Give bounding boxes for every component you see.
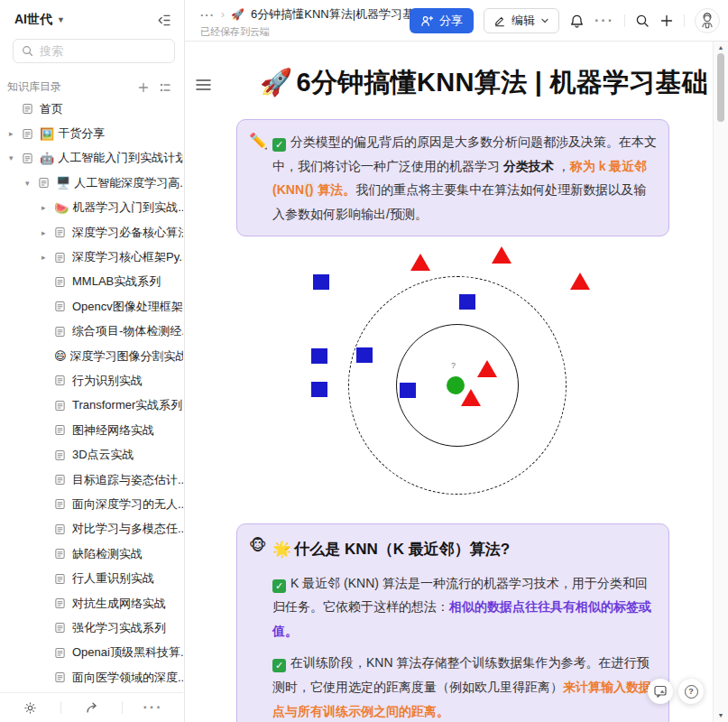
sidebar-item[interactable]: 对抗生成网络实战 (0, 591, 183, 616)
scroll-up-arrow[interactable]: ▲ (714, 44, 728, 51)
main-area: ··· › 🚀 6分钟搞懂KNN算法|机器学习基础 ☆ 已经保存到云端 分享 (185, 0, 728, 722)
doc-icon (54, 622, 66, 634)
sidebar-item[interactable]: Opencv图像处理框架... (0, 294, 183, 319)
vertical-scrollbar[interactable]: ▲ ▼ (713, 42, 728, 722)
breadcrumb-doc-title[interactable]: 6分钟搞懂KNN算法|机器学习基础 (251, 6, 426, 23)
sidebar-item-label: 深度学习必备核心算法 (72, 225, 183, 241)
sidebar-item[interactable]: 😄深度学习图像分割实战 (0, 344, 183, 368)
callout-knn-paragraphs: ✓K 最近邻 (KNN) 算法是一种流行的机器学习技术，用于分类和回归任务。它依… (272, 571, 657, 722)
sidebar-item[interactable]: 面向深度学习的无人... (0, 492, 183, 516)
breadcrumb-more-icon[interactable]: ··· (200, 8, 215, 22)
global-search-icon[interactable] (635, 14, 650, 28)
new-doc-plus-icon[interactable] (659, 14, 674, 28)
scrollbar-thumb[interactable] (717, 53, 724, 122)
sidebar-item[interactable]: 首页 (0, 97, 183, 121)
sidebar: AI世代 ▼ 搜索 知识库目录 首页▸🖼️干货分享▾🤖人工智能入门到实战计划▾🖥… (0, 0, 185, 722)
text-segment: 分类技术 (503, 159, 554, 173)
sidebar-footer: ··· (0, 692, 183, 722)
expand-arrow-down-icon[interactable]: ▾ (9, 153, 22, 162)
help-question-button[interactable]: ? (678, 679, 704, 704)
question-mark-icon: ? (685, 685, 698, 699)
sidebar-item[interactable]: ▸🖼️干货分享 (0, 121, 183, 145)
sidebar-item-label: 深度学习图像分割实战 (70, 348, 183, 365)
sidebar-item[interactable]: ▾🤖人工智能入门到实战计划 (0, 146, 183, 171)
outline-view-icon[interactable] (159, 81, 171, 94)
sidebar-item-label: Transformer实战系列 (72, 397, 182, 413)
expand-arrow-right-icon[interactable]: ▸ (41, 203, 54, 212)
sidebar-item[interactable]: 对比学习与多模态任... (0, 517, 183, 542)
sidebar-item[interactable]: MMLAB实战系列 (0, 270, 183, 294)
doc-icon (54, 449, 66, 461)
expand-arrow-right-icon[interactable]: ▸ (41, 253, 54, 262)
sidebar-item[interactable]: 面向医学领域的深度... (0, 665, 183, 690)
sidebar-item-label: Opencv图像处理框架... (72, 299, 183, 315)
sidebar-item[interactable]: 目标追踪与姿态估计... (0, 467, 183, 492)
doc-icon (54, 375, 66, 386)
notifications-bell-icon[interactable] (569, 14, 585, 29)
section-heading: 🌟什么是 KNN（K 最近邻）算法? (272, 535, 657, 564)
scroll-down-arrow[interactable]: ▼ (714, 712, 728, 718)
expand-arrow-down-icon[interactable]: ▾ (25, 179, 38, 188)
sidebar-item-label: 首页 (40, 101, 63, 117)
sidebar-tree: 首页▸🖼️干货分享▾🤖人工智能入门到实战计划▾🖥️人工智能深度学习高...▸🍉机… (0, 97, 183, 692)
doc-icon (54, 276, 66, 288)
edit-button[interactable]: 编辑 (484, 8, 559, 33)
share-button[interactable]: 分享 (410, 8, 474, 33)
sidebar-item-label: Openai顶级黑科技算... (72, 644, 183, 661)
item-emoji: 🖼️ (40, 128, 54, 140)
checked-checkbox-icon[interactable]: ✓ (272, 138, 286, 152)
topbar-more-icon[interactable]: ··· (594, 13, 614, 29)
doc-icon (54, 548, 66, 560)
sidebar-item[interactable]: Transformer实战系列 (0, 393, 183, 418)
doc-icon (54, 498, 66, 510)
class-b-triangle-point (410, 254, 430, 271)
chevron-down-icon (540, 16, 549, 25)
sidebar-item[interactable]: 强化学习实战系列 (0, 616, 183, 640)
settings-gear-icon[interactable] (0, 701, 60, 715)
app-window: AI世代 ▼ 搜索 知识库目录 首页▸🖼️干货分享▾🤖人工智能入门到实战计划▾🖥… (0, 0, 728, 722)
doc-icon (54, 301, 66, 312)
sidebar-item[interactable]: Openai顶级黑科技算... (0, 641, 183, 665)
sidebar-item[interactable]: ▸深度学习核心框架Py... (0, 245, 183, 269)
workspace-switcher[interactable]: AI世代 ▼ (14, 12, 65, 28)
doc-icon (22, 128, 33, 140)
sidebar-item-label: 缺陷检测实战 (72, 546, 143, 562)
sidebar-item[interactable]: ▸深度学习必备核心算法 (0, 220, 183, 245)
sidebar-item[interactable]: 行人重识别实战 (0, 566, 183, 590)
outline-hamburger-icon[interactable] (195, 78, 212, 92)
sidebar-item[interactable]: ▾🖥️人工智能深度学习高... (0, 171, 183, 195)
sidebar-item-label: 对比学习与多模态任... (72, 521, 183, 537)
sidebar-item[interactable]: 3D点云实战 (0, 442, 183, 467)
sidebar-more-icon[interactable]: ··· (123, 699, 183, 716)
doc-icon (38, 177, 50, 189)
page-title: 🚀6分钟搞懂KNN算法 | 机器学习基础 (260, 65, 713, 101)
directory-toolbar: 知识库目录 (7, 79, 171, 95)
doc-icon (54, 424, 66, 436)
doc-icon (54, 326, 66, 338)
search-input[interactable]: 搜索 (13, 39, 175, 63)
sidebar-item[interactable]: 缺陷检测实战 (0, 542, 183, 566)
sidebar-item[interactable]: 图神经网络实战 (0, 418, 183, 442)
expand-arrow-right-icon[interactable]: ▸ (41, 228, 54, 237)
expand-arrow-right-icon[interactable]: ▸ (9, 129, 22, 138)
avatar[interactable] (695, 8, 720, 33)
sidebar-item-label: 图神经网络实战 (72, 422, 154, 439)
sidebar-item-label: 人工智能深度学习高... (74, 175, 183, 191)
sidebar-item-label: 强化学习实战系列 (72, 620, 166, 636)
checked-checkbox-icon[interactable]: ✓ (272, 659, 286, 672)
sidebar-item[interactable]: 行为识别实战 (0, 368, 183, 393)
doc-icon (54, 647, 66, 659)
class-a-square-point (311, 382, 327, 397)
share-arrow-icon[interactable] (61, 700, 122, 715)
sidebar-item-label: 综合项目-物体检测经... (72, 323, 183, 339)
collapse-sidebar-icon[interactable] (156, 13, 171, 28)
add-page-icon[interactable] (137, 81, 150, 94)
comment-feedback-button[interactable] (648, 679, 673, 704)
checked-checkbox-icon[interactable]: ✓ (272, 579, 286, 593)
sidebar-item[interactable]: 综合项目-物体检测经... (0, 319, 183, 344)
sidebar-item[interactable]: ▸🍉机器学习入门到实战... (0, 196, 183, 220)
item-emoji: 🖥️ (56, 177, 70, 189)
star-emoji: 🌟 (272, 541, 291, 558)
pencil-icon (493, 14, 506, 27)
sidebar-item-label: 目标追踪与姿态估计... (72, 472, 183, 488)
